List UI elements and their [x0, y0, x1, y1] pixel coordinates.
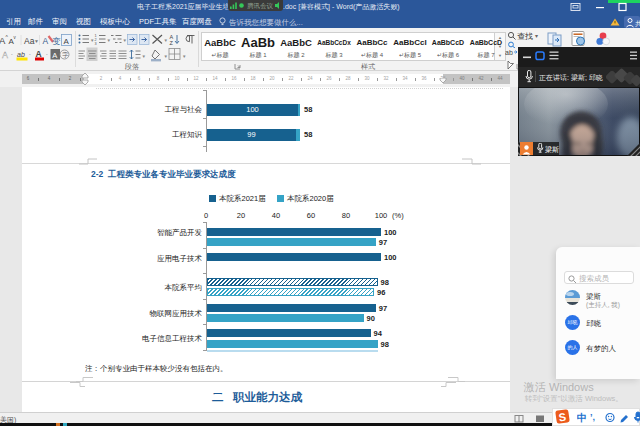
svg-text:查找: 查找: [517, 32, 533, 41]
svg-text:v: v: [14, 35, 17, 40]
svg-text:A: A: [52, 51, 57, 60]
svg-text:A: A: [43, 36, 49, 46]
svg-text:▼: ▼: [164, 54, 168, 59]
svg-text:▼: ▼: [182, 54, 186, 59]
svg-text:’‚: ’‚: [590, 412, 595, 422]
svg-text:-: -: [46, 51, 48, 57]
svg-text:-: -: [29, 51, 31, 57]
svg-text:共: 共: [635, 20, 640, 28]
svg-text:Z: Z: [170, 40, 174, 46]
svg-text:-: -: [11, 51, 13, 57]
svg-text:▼: ▼: [107, 38, 111, 43]
svg-text:腾讯会议: 腾讯会议: [247, 2, 274, 10]
svg-text:ab: ab: [17, 51, 25, 58]
svg-text:3: 3: [95, 42, 97, 46]
svg-text:A: A: [2, 50, 8, 60]
svg-text:▼: ▼: [142, 54, 146, 59]
svg-text:字: 字: [62, 51, 68, 58]
svg-text:变: 变: [52, 36, 61, 46]
svg-text:中: 中: [577, 412, 587, 423]
svg-text:▼: ▼: [164, 38, 168, 43]
svg-text:A: A: [64, 37, 70, 46]
svg-text:▼: ▼: [34, 38, 39, 44]
svg-text:▾: ▾: [535, 33, 538, 39]
svg-text:▼: ▼: [123, 38, 127, 43]
svg-text:ab: ab: [505, 49, 513, 56]
